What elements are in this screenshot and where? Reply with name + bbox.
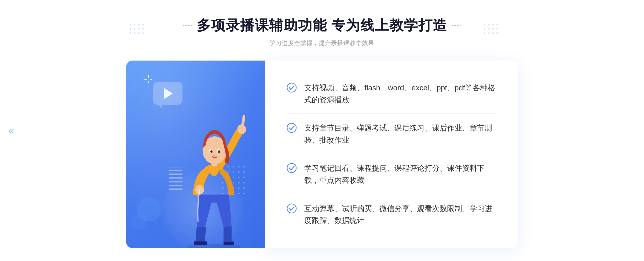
feature-item-4: 互动弹幕、试听购买、微信分享、观看次数限制、学习进度跟踪、数据统计	[287, 195, 496, 234]
person-illustration	[171, 98, 262, 248]
svg-point-7	[142, 28, 144, 30]
feature-text-1: 支持视频、音频、flash、word、excel、ppt、pdf等各种格式的资源…	[304, 82, 496, 106]
feature-item-3: 学习笔记回看、课程提问、课程评论打分、课件资料下载，重点内容收藏	[287, 155, 496, 194]
svg-point-75	[287, 123, 296, 132]
svg-point-6	[138, 28, 140, 30]
svg-point-23	[496, 32, 498, 34]
svg-point-18	[492, 28, 494, 30]
svg-point-17	[488, 28, 490, 30]
dot-pattern-top-left	[129, 13, 161, 46]
header-section: 多项录播课辅助功能 专为线上教学打造 学习进度全掌握，提升录播课教学效果	[183, 16, 461, 47]
check-icon-3	[287, 163, 297, 173]
check-icon-2	[287, 123, 297, 133]
svg-point-2	[138, 24, 140, 25]
svg-point-77	[287, 204, 296, 213]
svg-point-22	[492, 32, 494, 34]
check-icon-4	[287, 203, 297, 214]
page-container: 多项录播课辅助功能 专为线上教学打造 学习进度全掌握，提升录播课教学效果 «	[0, 0, 644, 261]
svg-point-11	[142, 32, 144, 34]
svg-point-16	[484, 28, 485, 30]
svg-point-15	[496, 24, 498, 25]
feature-item-2: 支持章节目录、弹题考试、课后练习、课后作业、章节测验、批改作业	[287, 115, 496, 154]
dot-pattern-top-right	[483, 13, 515, 46]
check-icon-1	[287, 83, 297, 93]
deco-circle-small	[131, 213, 148, 229]
svg-point-76	[287, 163, 296, 173]
svg-point-71	[210, 150, 213, 153]
feature-item-1: 支持视频、音频、flash、word、excel、ppt、pdf等各种格式的资源…	[287, 74, 496, 114]
main-title-text: 多项录播课辅助功能 专为线上教学打造	[197, 16, 447, 35]
features-panel: 支持视频、音频、flash、word、excel、ppt、pdf等各种格式的资源…	[265, 61, 518, 248]
svg-point-14	[492, 24, 494, 25]
sub-title: 学习进度全掌握，提升录播课教学效果	[183, 39, 461, 47]
content-area: 支持视频、音频、flash、word、excel、ppt、pdf等各种格式的资源…	[126, 61, 518, 248]
feature-text-4: 互动弹幕、试听购买、微信分享、观看次数限制、学习进度跟踪、数据统计	[304, 203, 496, 227]
main-title-container: 多项录播课辅助功能 专为线上教学打造	[183, 16, 461, 35]
svg-point-4	[130, 28, 131, 30]
svg-point-21	[488, 32, 490, 34]
feature-text-3: 学习笔记回看、课程提问、课程评论打分、课件资料下载，重点内容收藏	[304, 162, 496, 187]
svg-point-9	[134, 32, 136, 34]
svg-point-8	[130, 32, 131, 34]
title-decoration-left	[183, 25, 192, 26]
svg-point-20	[484, 32, 485, 34]
svg-point-5	[134, 28, 136, 30]
svg-point-13	[488, 24, 490, 25]
title-decoration-right	[452, 25, 461, 26]
svg-point-74	[287, 83, 296, 92]
svg-point-0	[130, 24, 131, 25]
sparkle-decoration	[144, 75, 152, 84]
svg-point-12	[484, 24, 485, 25]
left-chevrons-decoration: «	[8, 125, 14, 136]
feature-text-2: 支持章节目录、弹题考试、课后练习、课后作业、章节测验、批改作业	[304, 122, 496, 146]
svg-point-73	[218, 150, 220, 153]
svg-point-3	[142, 24, 144, 25]
svg-point-1	[134, 24, 136, 25]
play-icon	[164, 88, 173, 99]
svg-point-19	[496, 28, 498, 30]
illustration-card	[126, 61, 271, 248]
svg-point-10	[138, 32, 140, 34]
